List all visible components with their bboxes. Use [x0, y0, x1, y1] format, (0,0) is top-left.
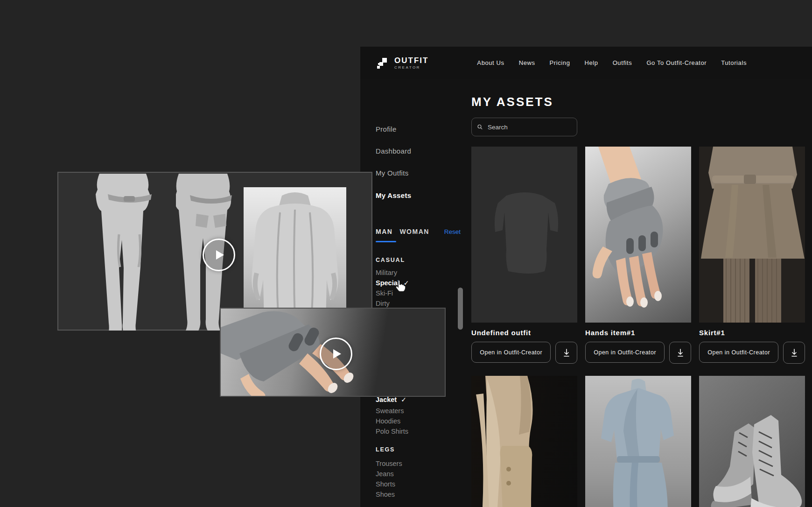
filter-item-polo-shirts[interactable]: Polo Shirts	[376, 428, 408, 435]
open-in-outfit-creator-button[interactable]: Open in Outfit-Creator	[471, 342, 551, 363]
brand-logo[interactable]: OUTFIT CREATOR	[376, 56, 428, 70]
asset-actions: Open in Outfit-Creator	[471, 342, 577, 364]
page-title: MY ASSETS	[471, 95, 553, 109]
glove-render	[221, 309, 389, 396]
search-icon	[477, 123, 483, 131]
sweater-placeholder-icon	[471, 147, 577, 323]
pants-render	[471, 376, 577, 507]
download-icon	[677, 349, 684, 357]
asset-card	[471, 376, 577, 507]
hand-cursor	[394, 279, 406, 292]
asset-actions: Open in Outfit-Creator	[699, 342, 805, 364]
asset-actions: Open in Outfit-Creator	[585, 342, 691, 364]
glove-video-frame	[221, 309, 389, 396]
download-button[interactable]	[669, 342, 691, 364]
search-input[interactable]	[487, 123, 571, 131]
filter-scrollbar-thumb[interactable]	[458, 288, 463, 330]
tunic-render	[585, 376, 691, 507]
asset-card	[699, 376, 805, 507]
filter-item-military[interactable]: Military	[376, 269, 397, 276]
download-button[interactable]	[783, 342, 805, 364]
tab-man[interactable]: MAN	[376, 228, 392, 235]
active-tab-underline	[376, 241, 396, 242]
video-preview-jeans-jacket[interactable]	[57, 172, 372, 331]
asset-card: Hands item#1 Open in Outfit-Creator	[585, 147, 691, 364]
brand-subtitle: CREATOR	[394, 66, 428, 70]
sidebar-item-profile[interactable]: Profile	[376, 125, 397, 133]
skirt-render	[699, 147, 805, 323]
check-icon: ✓	[401, 396, 406, 403]
filter-item-dirty[interactable]: Dirty	[376, 300, 390, 307]
tab-woman[interactable]: WOMAN	[399, 228, 429, 235]
play-icon	[216, 250, 224, 260]
boots-render	[699, 376, 805, 507]
sidebar-item-my-outfits[interactable]: My Outfits	[376, 169, 409, 177]
brand-logo-icon	[376, 56, 390, 70]
sidebar-item-dashboard[interactable]: Dashboard	[376, 147, 411, 155]
filter-item-shoes[interactable]: Shoes	[376, 491, 395, 498]
download-button[interactable]	[555, 342, 577, 364]
asset-title: Undefined outfit	[471, 329, 577, 338]
download-icon	[563, 349, 570, 357]
play-button[interactable]	[203, 239, 235, 271]
undefined-outfit-thumbnail[interactable]	[471, 147, 577, 323]
outfit-creator-window: OUTFIT CREATOR About Us News Pricing Hel…	[360, 47, 812, 507]
filter-section-legs: LEGS	[376, 446, 395, 453]
asset-title: Skirt#1	[699, 329, 805, 338]
filter-item-shorts[interactable]: Shorts	[376, 480, 395, 488]
gender-tabs: MAN WOMAN Reset	[376, 228, 461, 235]
asset-card	[585, 376, 691, 507]
filter-item-ski-fi[interactable]: Ski-Fi	[376, 289, 393, 297]
skirt-thumbnail[interactable]	[699, 147, 805, 323]
asset-card: Skirt#1 Open in Outfit-Creator	[699, 147, 805, 364]
open-in-outfit-creator-button[interactable]: Open in Outfit-Creator	[699, 342, 778, 363]
filter-item-hoodies[interactable]: Hoodies	[376, 417, 400, 425]
asset-grid: Undefined outfit Open in Outfit-Creator	[471, 147, 805, 507]
filter-section-casual: CASUAL	[376, 257, 405, 263]
boots-thumbnail[interactable]	[699, 376, 805, 507]
play-button[interactable]	[320, 338, 352, 370]
search-box	[471, 118, 577, 136]
video-preview-glove[interactable]	[220, 308, 446, 397]
tunic-thumbnail[interactable]	[585, 376, 691, 507]
filter-item-jeans[interactable]: Jeans	[376, 470, 394, 478]
filter-item-sweaters[interactable]: Sweaters	[376, 407, 404, 415]
pants-thumbnail[interactable]	[471, 376, 577, 507]
brand-name: OUTFIT	[394, 56, 428, 64]
asset-card: Undefined outfit Open in Outfit-Creator	[471, 147, 577, 364]
asset-title: Hands item#1	[585, 329, 691, 338]
hands-item-thumbnail[interactable]	[585, 147, 691, 323]
reset-filters-link[interactable]: Reset	[444, 228, 461, 235]
glove-render	[585, 147, 691, 323]
sidebar-item-my-assets[interactable]: My Assets	[376, 191, 411, 199]
play-icon	[333, 349, 341, 359]
jeans-front-render	[95, 174, 165, 331]
filter-item-jacket[interactable]: Jacket✓	[376, 396, 406, 403]
filter-item-trousers[interactable]: Trousers	[376, 460, 402, 467]
my-assets-section: MY ASSETS Undefined outfit	[471, 47, 812, 507]
desktop: OUTFIT CREATOR About Us News Pricing Hel…	[0, 0, 812, 507]
open-in-outfit-creator-button[interactable]: Open in Outfit-Creator	[585, 342, 665, 363]
download-icon	[791, 349, 798, 357]
